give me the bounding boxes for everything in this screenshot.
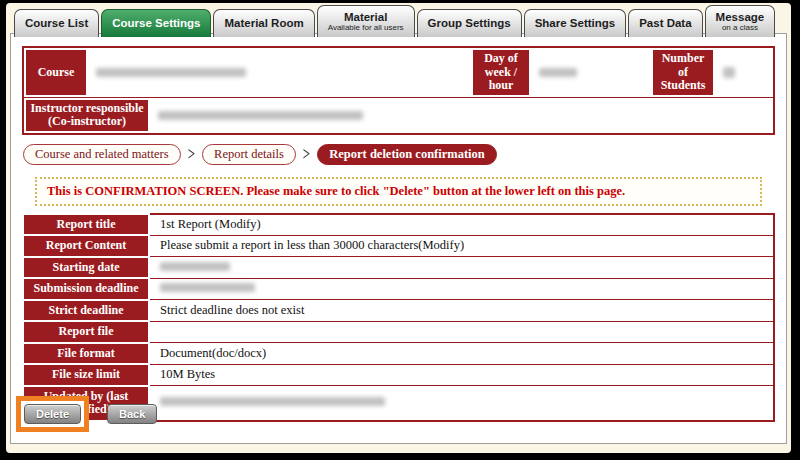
row-label: Report Content	[23, 235, 149, 257]
redacted-instructor-names	[158, 111, 363, 120]
breadcrumb-report-details[interactable]: Report details	[202, 144, 296, 165]
tab-label: Share Settings	[535, 17, 616, 29]
table-row: File size limit 10M Bytes	[23, 364, 774, 386]
number-of-students-value	[715, 48, 773, 97]
redacted-submission-deadline	[160, 283, 255, 292]
row-value: 10M Bytes	[149, 364, 774, 386]
row-label: Strict deadline	[23, 300, 149, 322]
delete-button[interactable]: Delete	[24, 404, 81, 424]
redacted-course-name	[96, 68, 246, 77]
row-value: Please submit a report in less than 3000…	[149, 235, 774, 257]
redacted-starting-date	[160, 262, 230, 271]
breadcrumb-report-deletion-confirmation: Report deletion confirmation	[317, 144, 497, 165]
back-button[interactable]: Back	[107, 404, 157, 424]
tab-material[interactable]: Material Available for all users	[317, 5, 415, 37]
breadcrumb: Course and related matters > Report deta…	[23, 144, 786, 165]
row-label: Starting date	[23, 257, 149, 279]
table-row: Strict deadline Strict deadline does not…	[23, 300, 774, 322]
number-of-students-label: Number of Students	[651, 48, 715, 97]
table-row: File format Document(doc/docx)	[23, 343, 774, 365]
redacted-student-count	[723, 67, 735, 78]
row-label: Submission deadline	[23, 278, 149, 300]
tab-label: Material Room	[224, 17, 303, 29]
course-info-row-1: Course Day of week / hour Number of Stud…	[24, 48, 773, 97]
row-value	[149, 386, 774, 421]
table-row: Starting date	[23, 257, 774, 279]
table-row: Report Content Please submit a report in…	[23, 235, 774, 257]
breadcrumb-course-and-related-matters[interactable]: Course and related matters	[23, 144, 181, 165]
row-label: File size limit	[23, 364, 149, 386]
app-background: Course List Course Settings Material Roo…	[6, 3, 791, 453]
row-label: File format	[23, 343, 149, 365]
tab-label: Course Settings	[112, 17, 200, 29]
report-details-table: Report title 1st Report (Modify) Report …	[22, 213, 775, 422]
delete-button-highlight: Delete	[16, 396, 89, 432]
course-label: Course	[24, 48, 88, 97]
content-panel: Course Day of week / hour Number of Stud…	[10, 33, 787, 444]
row-value: 1st Report (Modify)	[149, 214, 774, 236]
tab-share-settings[interactable]: Share Settings	[524, 9, 627, 37]
tab-label: Course List	[25, 17, 88, 29]
row-value	[149, 278, 774, 300]
tab-group-settings[interactable]: Group Settings	[417, 9, 522, 37]
tab-material-room[interactable]: Material Room	[213, 9, 314, 37]
confirmation-warning-text: This is CONFIRMATION SCREEN. Please make…	[47, 184, 625, 198]
tab-label: Past Data	[639, 17, 691, 29]
tab-label: Material	[344, 11, 387, 23]
course-info-table: Course Day of week / hour Number of Stud…	[22, 46, 775, 135]
tab-course-settings[interactable]: Course Settings	[101, 9, 211, 37]
table-row: Report file	[23, 321, 774, 343]
chevron-right-icon: >	[188, 143, 195, 165]
row-value	[149, 321, 774, 343]
tab-past-data[interactable]: Past Data	[628, 9, 702, 37]
tab-sublabel: Available for all users	[328, 23, 404, 32]
row-value: Strict deadline does not exist	[149, 300, 774, 322]
tab-sublabel: on a class	[722, 23, 758, 32]
chevron-right-icon: >	[303, 143, 310, 165]
instructor-label: Instructor responsible (Co-instructor)	[24, 98, 150, 133]
redacted-day-of-week	[539, 68, 577, 77]
table-row: Submission deadline	[23, 278, 774, 300]
tab-label: Message	[716, 11, 765, 23]
redacted-updated-by	[160, 397, 385, 406]
course-info-row-2: Instructor responsible (Co-instructor)	[24, 97, 773, 133]
row-value	[149, 257, 774, 279]
row-value: Document(doc/docx)	[149, 343, 774, 365]
tab-bar: Course List Course Settings Material Roo…	[14, 5, 777, 37]
instructor-value	[150, 98, 773, 133]
table-row: Report title 1st Report (Modify)	[23, 214, 774, 236]
confirmation-warning: This is CONFIRMATION SCREEN. Please make…	[35, 177, 762, 206]
tab-label: Group Settings	[428, 17, 511, 29]
tab-course-list[interactable]: Course List	[14, 9, 99, 37]
row-label: Report title	[23, 214, 149, 236]
day-of-week-label: Day of week / hour	[471, 48, 531, 97]
row-label: Report file	[23, 321, 149, 343]
action-bar: Delete Back	[16, 396, 157, 432]
course-value	[88, 48, 471, 97]
tab-message[interactable]: Message on a class	[705, 5, 776, 37]
day-of-week-value	[531, 48, 651, 97]
